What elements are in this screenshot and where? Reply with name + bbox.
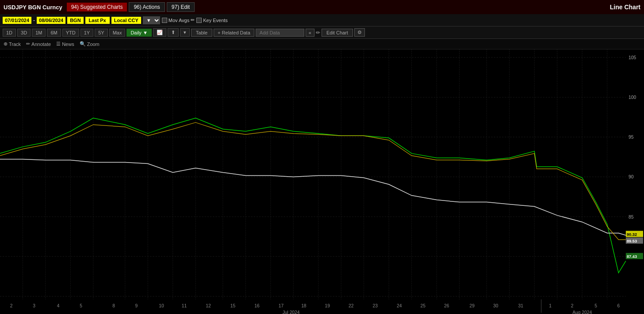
top-bar: USDJPY BGN Curncy 94) Suggested Charts 9… [0,0,644,14]
x-label-3: 3 [33,303,35,308]
x-label-18: 18 [301,303,307,308]
track-label: Track [9,42,21,47]
x-label-31: 31 [518,303,524,308]
x-label-17: 17 [279,303,284,308]
price-value-87-43: 87.43 [627,254,637,259]
x-label-12: 12 [206,303,211,308]
month-jul-2024: Jul 2024 [283,310,300,314]
pencil-icon: ✏ [191,17,195,23]
white-price-line [0,159,626,235]
x-label-2aug: 2 [571,303,574,308]
y-label-105: 105 [629,55,636,60]
edit-button[interactable]: 97) Edit [167,2,195,12]
key-events-checkbox [196,18,202,23]
news-icon: ☰ [56,41,61,47]
x-label-19: 19 [325,303,330,308]
local-ccy-label: Local CCY [111,17,141,24]
x-label-11: 11 [182,303,187,308]
period-daily[interactable]: Daily ▼ [126,29,151,37]
bgn-badge: BGN [67,17,83,24]
period-ytd[interactable]: YTD [62,29,79,37]
period-5y[interactable]: 5Y [95,29,107,37]
price-value-89-53: 89.53 [627,239,637,243]
x-label-26: 26 [444,303,449,308]
date-separator: - [33,17,35,23]
price-value-90-32: 90.32 [627,232,637,237]
pencil-icon2: ✏ [316,30,320,36]
edit-chart-button[interactable]: Edit Chart [322,29,353,37]
annotate-label: Annotate [31,42,51,47]
x-label-8: 8 [112,303,115,308]
chart-title: Line Chart [610,4,640,11]
suggested-charts-button[interactable]: 94) Suggested Charts [67,3,127,11]
green-price-line [0,118,626,273]
y-label-90: 90 [629,175,634,180]
annotate-button[interactable]: ✏ Annotate [26,41,51,47]
x-label-25: 25 [421,303,426,308]
x-label-9: 9 [135,303,138,308]
gold-price-line [0,122,626,239]
table-button[interactable]: Table [191,29,212,37]
annotate-icon: ✏ [26,41,30,47]
date-start[interactable]: 07/01/2024 [3,17,31,24]
period-1y[interactable]: 1Y [80,29,93,37]
related-data-button[interactable]: + Related Data [214,29,254,37]
key-events-label: Key Events [203,18,228,23]
y-label-95: 95 [629,135,634,140]
date-end[interactable]: 08/06/2024 [37,17,65,24]
x-label-1aug: 1 [549,303,552,308]
symbol-label: USDJPY BGN Curncy [4,4,62,11]
y-label-85: 85 [629,215,634,219]
last-px-label: Last Px [85,17,110,24]
x-label-5aug: 5 [594,303,597,308]
collapse-button[interactable]: « [306,29,314,37]
x-label-29: 29 [470,303,475,308]
tools-bar: ⊕ Track ✏ Annotate ☰ News 🔍 Zoom [0,39,644,49]
month-aug-2024: Aug 2024 [572,310,592,314]
news-button[interactable]: ☰ News [56,41,74,47]
chart-area: 105 100 95 90 85 80 90.32 89.53 87.43 2 … [0,49,644,314]
crosshair-icon: ⊕ [4,41,8,47]
zoom-button[interactable]: 🔍 Zoom [80,41,100,47]
mov-avgs-checkbox [162,18,167,23]
track-button[interactable]: ⊕ Track [4,41,21,47]
x-label-15: 15 [230,303,236,308]
zoom-label: Zoom [87,42,100,47]
key-events-button[interactable]: Key Events [196,18,228,23]
x-label-22: 22 [349,303,354,308]
x-label-10: 10 [159,303,164,308]
x-label-6aug: 6 [617,303,620,308]
ccy-dropdown[interactable]: ▼ [143,16,160,24]
x-label-24: 24 [397,303,402,308]
x-label-2: 2 [10,303,13,308]
period-6m[interactable]: 6M [47,29,61,37]
period-1m[interactable]: 1M [32,29,46,37]
actions-button[interactable]: 96) Actions [129,2,165,12]
x-label-4: 4 [57,303,60,308]
gear-icon[interactable]: ⚙ [354,28,365,37]
x-label-23: 23 [373,303,378,308]
line-chart-icon[interactable]: 📈 [153,28,166,37]
x-label-30: 30 [493,303,498,308]
chart-svg: 105 100 95 90 85 80 90.32 89.53 87.43 2 … [0,49,644,314]
period-1d[interactable]: 1D [3,29,16,37]
bar-chart-icon[interactable]: ⬆ [168,28,179,37]
chart-options-icon[interactable]: ▾ [180,28,190,37]
period-3d[interactable]: 3D [17,29,31,37]
y-label-100: 100 [629,95,636,100]
chart-bar: 1D 3D 1M 6M YTD 1Y 5Y Max Daily ▼ 📈 ⬆ ▾ … [0,26,644,39]
add-data-input[interactable] [256,29,304,37]
mov-avgs-button[interactable]: Mov Avgs ✏ [162,17,195,23]
x-label-5: 5 [80,303,82,308]
zoom-icon: 🔍 [80,41,86,47]
period-max[interactable]: Max [109,29,126,37]
news-label: News [62,42,74,47]
mov-avgs-label: Mov Avgs [169,18,190,23]
x-label-16: 16 [254,303,260,308]
date-bar: 07/01/2024 - 08/06/2024 BGN Last Px Loca… [0,14,644,26]
